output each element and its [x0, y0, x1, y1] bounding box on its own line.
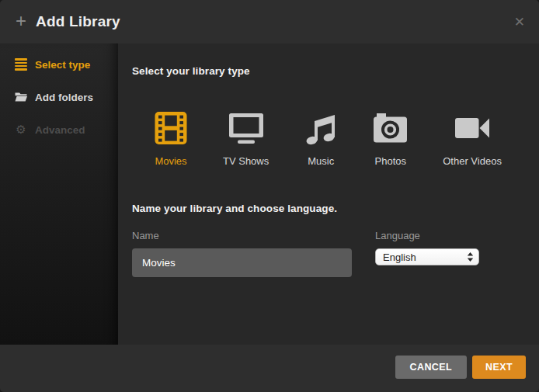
- gear-icon: ⚙: [14, 124, 28, 136]
- cancel-button[interactable]: CANCEL: [395, 356, 467, 379]
- wizard-steps-sidebar: Select type Add folders ⚙ Advanced: [0, 43, 118, 345]
- name-language-fields: Name Language English: [132, 230, 520, 277]
- close-icon[interactable]: ✕: [514, 16, 525, 29]
- sidebar-item-add-folders[interactable]: Add folders: [0, 86, 118, 108]
- type-music[interactable]: Music: [304, 111, 338, 167]
- library-name-input[interactable]: [132, 248, 352, 277]
- sidebar-item-label: Add folders: [35, 92, 93, 103]
- music-note-icon: [304, 111, 338, 145]
- next-button[interactable]: NEXT: [472, 356, 526, 379]
- sidebar-item-advanced[interactable]: ⚙ Advanced: [0, 119, 118, 140]
- select-stepper-arrows-icon: [467, 252, 474, 262]
- select-type-panel: Select your library type: [118, 43, 539, 345]
- sidebar-item-label: Advanced: [35, 124, 85, 136]
- tv-icon: [228, 111, 265, 145]
- name-field-group: Name: [132, 230, 352, 277]
- list-lines-icon: [14, 58, 28, 71]
- type-label: Movies: [155, 155, 186, 167]
- language-select[interactable]: English: [375, 248, 479, 265]
- folder-icon: [14, 92, 28, 102]
- type-label: Other Videos: [443, 155, 502, 167]
- sidebar-item-select-type[interactable]: Select type: [0, 54, 118, 75]
- dialog-footer: CANCEL NEXT: [0, 345, 539, 392]
- type-label: Music: [308, 155, 334, 167]
- video-camera-icon: [454, 111, 490, 145]
- library-type-heading: Select your library type: [132, 65, 520, 77]
- sidebar-item-label: Select type: [35, 59, 90, 71]
- type-movies[interactable]: Movies: [154, 111, 188, 167]
- camera-icon: [373, 111, 408, 145]
- dialog-body: Select type Add folders ⚙ Advanced: [0, 43, 539, 345]
- type-tv-shows[interactable]: TV Shows: [223, 111, 269, 167]
- dialog-title: Add Library: [36, 13, 120, 30]
- plus-icon: +: [16, 12, 26, 30]
- type-photos[interactable]: Photos: [373, 111, 408, 167]
- language-field-group: Language English: [375, 230, 484, 277]
- library-type-picker: Movies TV Shows: [154, 111, 520, 167]
- type-label: TV Shows: [223, 155, 269, 167]
- dialog-header: + Add Library ✕: [0, 0, 539, 43]
- language-selected-value: English: [383, 252, 467, 263]
- name-language-heading: Name your library and choose language.: [132, 203, 520, 214]
- name-field-label: Name: [132, 230, 352, 241]
- type-other-videos[interactable]: Other Videos: [443, 111, 502, 167]
- add-library-dialog: + Add Library ✕ Select type Add folders: [0, 0, 539, 392]
- film-strip-icon: [154, 111, 188, 145]
- language-field-label: Language: [375, 230, 484, 241]
- type-label: Photos: [375, 155, 406, 167]
